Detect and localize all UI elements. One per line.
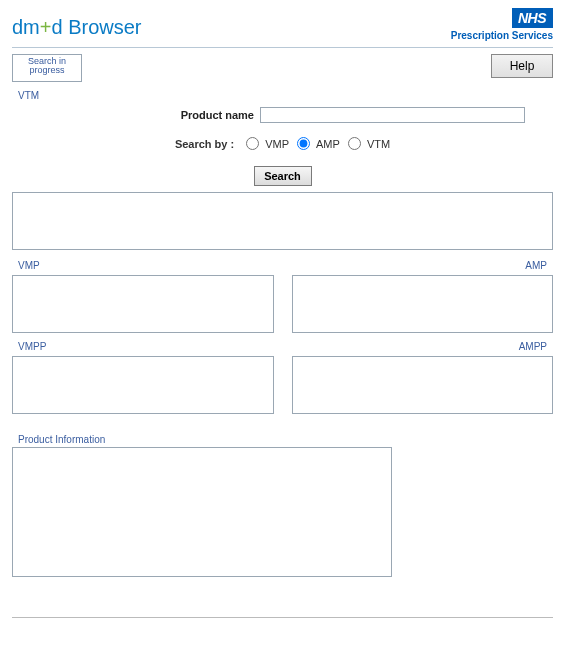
product-name-label: Product name <box>181 109 254 121</box>
product-info-panel <box>12 447 392 577</box>
help-button[interactable]: Help <box>491 54 553 78</box>
search-by-vtm-label: VTM <box>367 138 390 150</box>
search-by-amp-label: AMP <box>316 138 340 150</box>
header-divider <box>12 47 553 48</box>
prescription-services-label: Prescription Services <box>451 30 553 41</box>
search-progress-box: Search in progress <box>12 54 82 82</box>
ampp-panel <box>292 356 554 414</box>
search-by-row: Search by : VMP AMP VTM <box>12 137 553 150</box>
product-name-input[interactable] <box>260 107 525 123</box>
vtm-section-label: VTM <box>18 90 553 101</box>
brand-d: d <box>51 16 62 38</box>
nhs-logo: NHS <box>512 8 553 28</box>
search-by-vmp-radio[interactable] <box>246 137 259 150</box>
vmp-label: VMP <box>18 260 274 271</box>
search-button[interactable]: Search <box>254 166 312 186</box>
search-by-amp-radio[interactable] <box>297 137 310 150</box>
amp-panel <box>292 275 554 333</box>
vmpp-panel <box>12 356 274 414</box>
ampp-label: AMPP <box>298 341 548 352</box>
search-by-vmp-label: VMP <box>265 138 289 150</box>
app-title: dm+d Browser <box>12 16 142 39</box>
search-by-vtm-radio[interactable] <box>348 137 361 150</box>
brand-dm: dm <box>12 16 40 38</box>
brand-plus: + <box>40 16 52 38</box>
footer-divider <box>12 617 553 618</box>
vtm-panel <box>12 192 553 250</box>
product-info-label: Product Information <box>18 434 553 445</box>
vmpp-label: VMPP <box>18 341 274 352</box>
search-by-label: Search by : <box>175 138 234 150</box>
brand-browser: Browser <box>63 16 142 38</box>
vmp-panel <box>12 275 274 333</box>
amp-label: AMP <box>298 260 548 271</box>
